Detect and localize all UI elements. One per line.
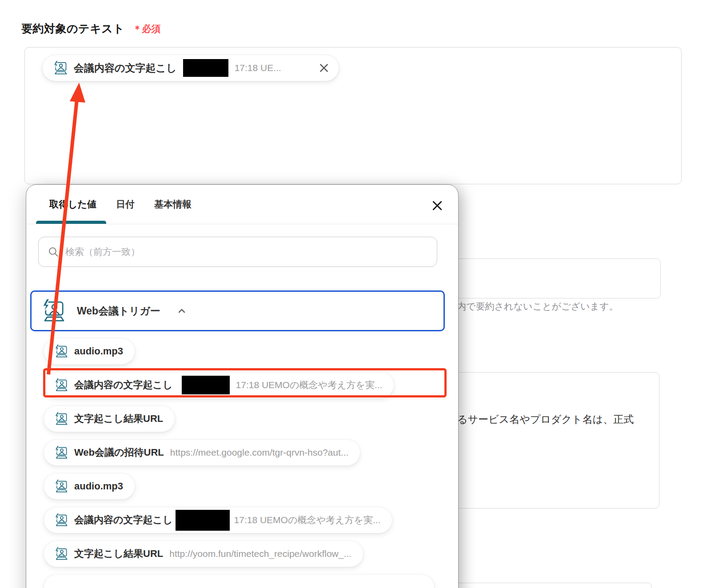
chip-preview: 17:18 UE... bbox=[235, 63, 281, 73]
list-item[interactable]: 文字起こし結果URL http://yoom.fun/timetech_reci… bbox=[44, 540, 458, 567]
value-list: audio.mp3 会議内容の文字起こし 17:18 UEMOの概念や考え方を実… bbox=[44, 338, 458, 588]
item-preview: https://meet.google.com/tgr-qrvn-hso?aut… bbox=[170, 447, 349, 458]
field-label: 要約対象のテキスト bbox=[21, 21, 124, 36]
web-meeting-icon bbox=[54, 378, 68, 392]
item-label: 文字起こし結果URL bbox=[74, 547, 163, 560]
background-textarea-text: るサービス名やプロダクト名は、正式 bbox=[457, 413, 634, 426]
search-input[interactable] bbox=[64, 246, 428, 258]
value-pill[interactable]: 会議内容の文字起こし 17:18 UEMOの概念や考え方を実... bbox=[44, 507, 392, 533]
value-pill[interactable]: 文字起こし結果URL bbox=[44, 405, 175, 432]
value-pill[interactable]: 会議内容の文字起こし 17:18 UEMOの概念や考え方を実... bbox=[44, 372, 394, 398]
list-item[interactable]: audio.mp3 bbox=[44, 338, 458, 365]
redaction-box bbox=[182, 376, 230, 394]
trigger-label: Web会議トリガー bbox=[77, 304, 160, 318]
item-label: audio.mp3 bbox=[74, 346, 123, 357]
list-item[interactable] bbox=[44, 574, 458, 588]
item-label: 文字起こし結果URL bbox=[74, 412, 163, 425]
value-pill[interactable]: 文字起こし結果URL http://yoom.fun/timetech_reci… bbox=[44, 540, 363, 567]
list-item[interactable]: Web会議の招待URL https://meet.google.com/tgr-… bbox=[44, 439, 458, 466]
web-meeting-trigger-group[interactable]: Web会議トリガー bbox=[30, 290, 445, 331]
value-pill[interactable]: Web会議の招待URL https://meet.google.com/tgr-… bbox=[44, 439, 360, 466]
field-label-row: 要約対象のテキスト ＊必須 bbox=[21, 21, 160, 36]
redaction-box bbox=[176, 510, 230, 531]
list-item[interactable]: 会議内容の文字起こし 17:18 UEMOの概念や考え方を実... bbox=[44, 372, 458, 398]
web-meeting-icon bbox=[54, 479, 68, 493]
value-pill[interactable]: audio.mp3 bbox=[44, 473, 135, 500]
web-meeting-icon bbox=[54, 547, 68, 561]
close-icon[interactable] bbox=[318, 62, 330, 74]
search-icon bbox=[48, 246, 59, 258]
close-icon[interactable] bbox=[431, 199, 444, 212]
list-item[interactable]: audio.mp3 bbox=[44, 473, 458, 500]
web-meeting-icon bbox=[40, 298, 65, 323]
item-preview: http://yoom.fun/timetech_recipe/workflow… bbox=[169, 548, 352, 559]
item-label: audio.mp3 bbox=[74, 481, 123, 492]
web-meeting-icon bbox=[54, 513, 68, 527]
tab-basic-info[interactable]: 基本情報 bbox=[154, 185, 192, 224]
chip-label: 会議内容の文字起こし bbox=[74, 61, 177, 75]
helper-text: 内で要約されないことがございます。 bbox=[457, 300, 618, 313]
value-pill[interactable]: audio.mp3 bbox=[44, 338, 135, 365]
item-preview: 17:18 UEMOの概念や考え方を実... bbox=[236, 379, 383, 391]
tab-date[interactable]: 日付 bbox=[116, 185, 135, 224]
modal-tabs: 取得した値 日付 基本情報 bbox=[26, 185, 458, 224]
item-label: 会議内容の文字起こし bbox=[74, 378, 173, 392]
web-meeting-icon bbox=[52, 60, 68, 75]
web-meeting-icon bbox=[54, 445, 68, 460]
value-pill[interactable] bbox=[44, 574, 435, 588]
selected-value-chip[interactable]: 会議内容の文字起こし 17:18 UE... bbox=[42, 55, 339, 81]
list-item[interactable]: 会議内容の文字起こし 17:18 UEMOの概念や考え方を実... bbox=[44, 507, 458, 533]
item-preview: 17:18 UEMOの概念や考え方を実... bbox=[234, 514, 381, 526]
list-item[interactable]: 文字起こし結果URL bbox=[44, 405, 458, 432]
tab-retrieved-values[interactable]: 取得した値 bbox=[49, 185, 96, 224]
redaction-box bbox=[183, 59, 228, 77]
item-label: 会議内容の文字起こし bbox=[74, 513, 173, 527]
web-meeting-icon bbox=[54, 412, 68, 426]
item-label: Web会議の招待URL bbox=[74, 446, 164, 459]
required-badge: ＊必須 bbox=[132, 23, 160, 35]
web-meeting-icon bbox=[54, 344, 68, 358]
search-box[interactable] bbox=[38, 237, 437, 267]
value-picker-modal: 取得した値 日付 基本情報 Web会議トリガー audio.mp3 会議内容の文… bbox=[26, 184, 459, 588]
chevron-up-icon[interactable] bbox=[176, 306, 187, 316]
